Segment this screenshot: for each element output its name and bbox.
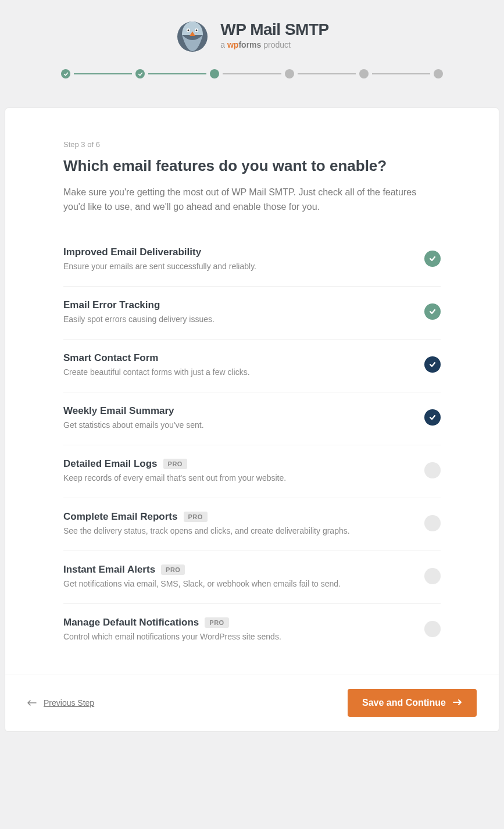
feature-text: Smart Contact FormCreate beautiful conta… <box>63 352 424 377</box>
step-line <box>74 73 132 74</box>
save-continue-label: Save and Continue <box>362 698 446 708</box>
feature-toggle <box>424 251 441 267</box>
feature-row: Email Error TrackingEasily spot errors c… <box>63 287 441 340</box>
feature-toggle[interactable] <box>424 462 441 478</box>
feature-title: Complete Email ReportsPRO <box>63 511 424 523</box>
feature-row: Instant Email AlertsPROGet notifications… <box>63 551 441 604</box>
card-body: Step 3 of 6 Which email features do you … <box>5 108 499 674</box>
feature-title: Improved Email Deliverability <box>63 246 424 258</box>
logo-title: WP Mail SMTP <box>220 20 328 39</box>
svg-point-2 <box>188 30 190 31</box>
svg-point-4 <box>196 30 198 31</box>
feature-title: Email Error Tracking <box>63 299 424 311</box>
step-dot-2[interactable] <box>135 69 145 78</box>
feature-title-text: Detailed Email Logs <box>63 458 158 470</box>
feature-row: Improved Email DeliverabilityEnsure your… <box>63 246 441 287</box>
feature-title-text: Email Error Tracking <box>63 299 160 311</box>
step-line <box>148 73 206 74</box>
logo-subtitle-suffix: product <box>261 40 291 49</box>
step-dot-1[interactable] <box>61 69 70 78</box>
logo-subtitle: a wpforms product <box>220 40 328 49</box>
pro-badge: PRO <box>161 564 185 575</box>
logo-subtitle-wp: wp <box>227 40 238 49</box>
feature-desc: Easily spot errors causing delivery issu… <box>63 315 424 324</box>
feature-desc: Keep records of every email that's sent … <box>63 473 424 483</box>
feature-toggle[interactable] <box>424 621 441 637</box>
logo-text: WP Mail SMTP a wpforms product <box>220 20 328 49</box>
feature-title-text: Smart Contact Form <box>63 352 158 364</box>
feature-desc: See the delivery status, track opens and… <box>63 526 424 535</box>
pro-badge: PRO <box>163 459 187 469</box>
feature-title-text: Improved Email Deliverability <box>63 246 201 258</box>
feature-title: Manage Default NotificationsPRO <box>63 617 424 628</box>
feature-title: Weekly Email Summary <box>63 405 424 417</box>
step-dot-3[interactable] <box>210 69 219 78</box>
arrow-left-icon <box>27 698 37 707</box>
feature-toggle[interactable] <box>424 568 441 584</box>
wizard-card: Step 3 of 6 Which email features do you … <box>5 108 499 732</box>
page-heading: Which email features do you want to enab… <box>63 157 441 175</box>
step-label: Step 3 of 6 <box>63 140 441 149</box>
feature-title: Instant Email AlertsPRO <box>63 564 424 576</box>
feature-title-text: Weekly Email Summary <box>63 405 174 417</box>
feature-desc: Get statistics about emails you've sent. <box>63 420 424 430</box>
feature-row: Manage Default NotificationsPROControl w… <box>63 604 441 656</box>
feature-text: Manage Default NotificationsPROControl w… <box>63 617 424 641</box>
feature-text: Instant Email AlertsPROGet notifications… <box>63 564 424 588</box>
pro-badge: PRO <box>184 512 208 522</box>
feature-desc: Control which email notifications your W… <box>63 632 424 641</box>
logo-subtitle-forms: forms <box>238 40 261 49</box>
feature-row: Smart Contact FormCreate beautiful conta… <box>63 340 441 392</box>
header: WP Mail SMTP a wpforms product <box>0 0 504 69</box>
feature-toggle <box>424 303 441 320</box>
step-line <box>223 73 281 74</box>
previous-step-label: Previous Step <box>44 698 94 707</box>
feature-toggle[interactable] <box>424 409 441 426</box>
feature-title-text: Manage Default Notifications <box>63 617 199 628</box>
pigeon-logo-icon <box>175 17 210 52</box>
step-dot-5[interactable] <box>359 69 369 78</box>
previous-step-link[interactable]: Previous Step <box>27 698 94 707</box>
feature-title: Smart Contact Form <box>63 352 424 364</box>
feature-toggle[interactable] <box>424 356 441 373</box>
pro-badge: PRO <box>205 617 228 628</box>
feature-text: Complete Email ReportsPROSee the deliver… <box>63 511 424 535</box>
feature-desc: Create beautiful contact forms with just… <box>63 367 424 377</box>
step-dot-4[interactable] <box>285 69 294 78</box>
feature-toggle[interactable] <box>424 515 441 531</box>
feature-text: Weekly Email SummaryGet statistics about… <box>63 405 424 430</box>
feature-text: Email Error TrackingEasily spot errors c… <box>63 299 424 324</box>
feature-row: Detailed Email LogsPROKeep records of ev… <box>63 445 441 498</box>
feature-title-text: Instant Email Alerts <box>63 564 155 576</box>
feature-title-text: Complete Email Reports <box>63 511 178 523</box>
feature-text: Improved Email DeliverabilityEnsure your… <box>63 246 424 271</box>
feature-row: Weekly Email SummaryGet statistics about… <box>63 392 441 445</box>
step-dot-6[interactable] <box>434 69 443 78</box>
feature-row: Complete Email ReportsPROSee the deliver… <box>63 498 441 551</box>
logo-block: WP Mail SMTP a wpforms product <box>175 17 328 52</box>
page-subheading: Make sure you're getting the most out of… <box>63 185 441 215</box>
feature-title: Detailed Email LogsPRO <box>63 458 424 470</box>
step-line <box>298 73 356 74</box>
features-list: Improved Email DeliverabilityEnsure your… <box>63 246 441 656</box>
card-footer: Previous Step Save and Continue <box>5 674 499 731</box>
feature-desc: Get notifications via email, SMS, Slack,… <box>63 579 424 588</box>
feature-desc: Ensure your emails are sent successfully… <box>63 262 424 271</box>
logo-subtitle-prefix: a <box>220 40 227 49</box>
save-continue-button[interactable]: Save and Continue <box>348 689 477 717</box>
feature-text: Detailed Email LogsPROKeep records of ev… <box>63 458 424 483</box>
stepper <box>0 69 504 108</box>
step-line <box>372 73 430 74</box>
arrow-right-icon <box>453 698 462 708</box>
